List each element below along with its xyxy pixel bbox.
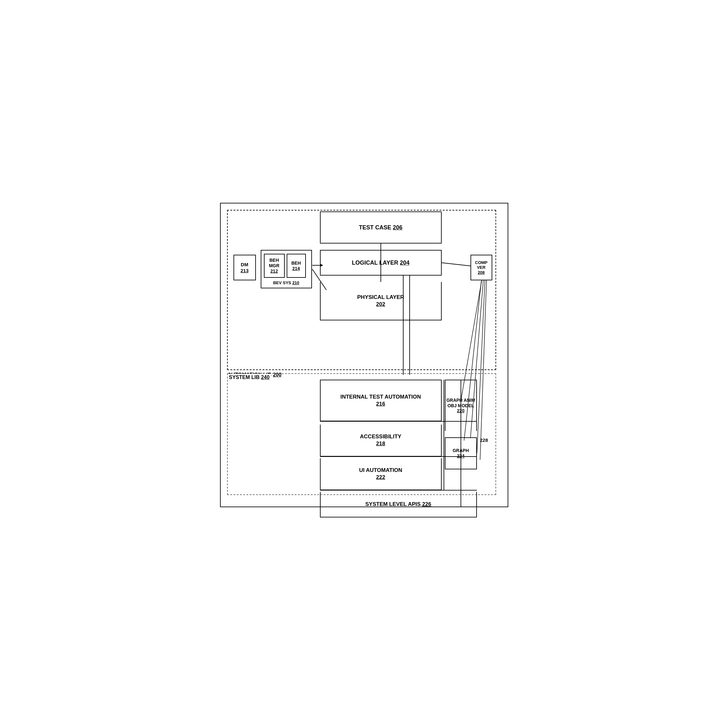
internal-test-text: INTERNAL TEST AUTOMATION (340, 394, 421, 400)
system-apis-box: SYSTEM LEVEL APIS 226 (320, 492, 477, 518)
graph-text: GRAPH (453, 448, 469, 453)
system-apis-label: SYSTEM LEVEL APIS 226 (365, 501, 431, 508)
graph-anim-number: 220 (457, 408, 464, 413)
system-lib-number: 240 (261, 374, 270, 380)
ui-automation-text: UI AUTOMATION (359, 467, 402, 473)
system-lib-text: SYSTEM LIB (229, 374, 260, 380)
diagram-container: TEST CASE 206 LOGICAL LAYER 204 PHYSICAL… (220, 203, 508, 507)
system-apis-text: SYSTEM LEVEL APIS (365, 501, 421, 507)
internal-test-box: INTERNAL TEST AUTOMATION 216 (320, 380, 442, 421)
graph-box: GRAPH 224 (445, 437, 477, 469)
ui-automation-box: UI AUTOMATION 222 (320, 458, 442, 490)
accessibility-label: ACCESSIBILITY 218 (360, 433, 401, 447)
graph-number: 224 (457, 453, 464, 459)
graph-anim-text: GRAPH ANIM OBJ MODEL (447, 398, 475, 408)
label-228: 228 (480, 437, 488, 443)
graph-label: GRAPH 224 (453, 448, 469, 459)
graph-anim-box: GRAPH ANIM OBJ MODEL 220 (445, 380, 477, 431)
system-apis-number: 226 (422, 501, 431, 507)
system-lib-label: SYSTEM LIB 240 (228, 374, 271, 381)
ui-automation-number: 222 (376, 474, 385, 480)
automation-lib-box: AUTOMATION LIB 200 (227, 210, 496, 370)
internal-test-label: INTERNAL TEST AUTOMATION 216 (340, 393, 421, 408)
accessibility-box: ACCESSIBILITY 218 (320, 424, 442, 456)
accessibility-number: 218 (376, 440, 385, 447)
graph-anim-label: GRAPH ANIM OBJ MODEL 220 (445, 398, 476, 414)
internal-test-number: 216 (376, 401, 385, 407)
accessibility-text: ACCESSIBILITY (360, 434, 401, 440)
ui-automation-label: UI AUTOMATION 222 (359, 467, 402, 481)
